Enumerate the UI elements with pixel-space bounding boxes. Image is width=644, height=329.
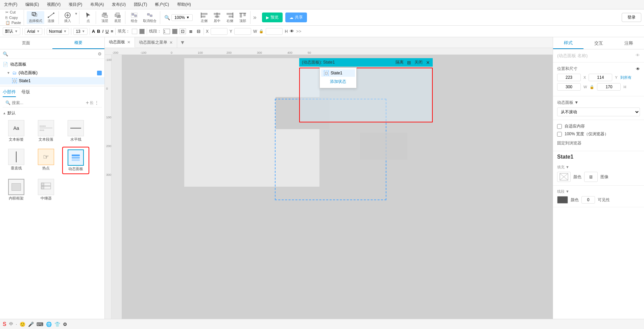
tab-widgets[interactable]: 小部件 xyxy=(3,89,16,97)
widget-inline-frame[interactable]: 内联框架 xyxy=(3,177,30,203)
layer-item-state1[interactable]: □ State1 xyxy=(0,77,104,85)
state-selector-popup[interactable]: □ State1 添加状态 xyxy=(319,68,357,88)
dp-close-button[interactable]: 关闭 xyxy=(414,60,423,65)
copy-button[interactable]: ⎘ Copy xyxy=(4,15,22,20)
toolbar-more-button[interactable]: » xyxy=(252,14,258,21)
menu-item-project[interactable]: 项目(P) xyxy=(67,1,84,8)
stroke-align-right[interactable]: ⊟ xyxy=(196,29,201,34)
tab-pages[interactable]: 页面 xyxy=(0,37,52,49)
layer-item-page[interactable]: 📄 动态面板 xyxy=(0,60,104,69)
fill-image-button[interactable]: 🖼 xyxy=(584,172,598,182)
font-dropdown[interactable]: Arial ▼ xyxy=(25,28,42,35)
x-value-input[interactable] xyxy=(557,74,581,81)
dynamic-panel-canvas[interactable]: (动态面板): State1 隔离 ⊞ 关闭 ✕ xyxy=(299,58,433,122)
stroke-color-box[interactable] xyxy=(172,29,177,34)
fill-color-dark[interactable] xyxy=(139,29,145,34)
width100-checkbox[interactable] xyxy=(557,132,562,137)
cut-button[interactable]: ✂ Cut xyxy=(4,10,22,15)
top-layer-button[interactable]: 顶层 xyxy=(99,11,111,24)
stroke-section-label[interactable]: 线段 ▼ xyxy=(557,189,640,194)
h-eye-icon[interactable]: 👁 xyxy=(290,29,294,34)
bottom-layer-button[interactable]: 底层 xyxy=(112,11,124,24)
y-value-input[interactable] xyxy=(589,74,612,81)
dp-section-title[interactable]: 动态面板 ▼ xyxy=(557,100,578,105)
center-align-button[interactable]: 居中 xyxy=(211,11,223,24)
menu-item-view[interactable]: 视图(V) xyxy=(46,1,62,8)
widget-copy-icon[interactable]: ⎘ xyxy=(90,100,93,105)
group-button[interactable]: 组合 xyxy=(128,11,140,24)
tab-outline[interactable]: 概要 xyxy=(52,37,105,49)
bold-b-button[interactable]: B xyxy=(97,29,100,34)
menu-item-edit[interactable]: 编辑(E) xyxy=(24,1,40,8)
paste-button[interactable]: 📋 Paste xyxy=(4,20,22,25)
menu-item-file[interactable]: 文件(F) xyxy=(3,1,19,8)
menu-item-help[interactable]: 帮助(H) xyxy=(176,1,192,8)
ungroup-button[interactable]: 取消组合 xyxy=(141,11,159,24)
select-mode-button[interactable]: 选择模式 xyxy=(27,11,44,24)
fill-section-label[interactable]: 填充 ▼ xyxy=(557,165,640,170)
insert-button[interactable]: 插入 xyxy=(62,11,74,24)
stroke-size-input[interactable]: 1 xyxy=(163,29,170,34)
widget-text-para[interactable]: ≡≡≡≡ ≡≡≡ 文本段落 xyxy=(32,118,59,144)
dp-fullscreen-icon[interactable]: ⊞ xyxy=(407,60,411,65)
canvas-tabs-more[interactable]: ▼ xyxy=(177,40,188,46)
stroke-align-center[interactable]: ≣ xyxy=(188,29,194,34)
widget-hotspot[interactable]: ☞ 热点 xyxy=(32,147,59,174)
fill-color-button[interactable] xyxy=(557,172,571,182)
tab-notes[interactable]: 注释 xyxy=(614,37,644,49)
apply-all-link[interactable]: 到所有 xyxy=(620,75,631,80)
menu-item-layout[interactable]: 布局(A) xyxy=(89,1,105,8)
canvas-tab-menu-close[interactable]: ✕ xyxy=(169,40,173,45)
left-align-button[interactable]: 左侧 xyxy=(198,11,210,24)
italic-button[interactable]: I xyxy=(102,29,103,34)
canvas-tab-dynamic-close[interactable]: ✕ xyxy=(127,40,130,45)
stroke-color-swatch[interactable] xyxy=(557,196,568,204)
w-value-input[interactable] xyxy=(557,83,581,91)
y-input[interactable] xyxy=(234,28,251,35)
filter-icon[interactable]: ⚙ xyxy=(98,51,102,56)
menu-item-publish[interactable]: 发布(U) xyxy=(111,1,127,8)
share-button[interactable]: ☁ 共享 xyxy=(285,13,307,22)
w-input[interactable] xyxy=(266,28,283,35)
widget-more-icon[interactable]: ⋮ xyxy=(94,100,99,105)
menu-item-account[interactable]: 帐户(C) xyxy=(154,1,170,8)
widget-hline[interactable]: 水平线 xyxy=(62,118,89,144)
add-state-link[interactable]: 添加状态 xyxy=(321,77,355,87)
layer-item-group[interactable]: ▼ 🗂 (动态面板) xyxy=(0,69,104,77)
outline-search-input[interactable] xyxy=(9,52,96,56)
stroke-width-input[interactable] xyxy=(581,196,595,204)
widget-search-input[interactable] xyxy=(12,100,85,105)
w-lock-icon-right[interactable]: 🔒 xyxy=(590,85,594,89)
widget-vline[interactable]: 垂直线 xyxy=(3,147,30,174)
zoom-select[interactable]: 100% ▼ xyxy=(171,14,193,21)
widget-text-label[interactable]: Aa 文本标签 xyxy=(3,118,30,144)
dp-isolate-button[interactable]: 隔离 xyxy=(396,60,404,65)
dp-close-icon[interactable]: ✕ xyxy=(426,60,430,65)
style-normal-dropdown[interactable]: Normal ▼ xyxy=(47,28,69,35)
tab-style[interactable]: 样式 xyxy=(553,37,583,49)
menu-item-team[interactable]: 团队(T) xyxy=(133,1,148,8)
point-button[interactable]: 点 xyxy=(82,11,94,24)
top-align-button[interactable]: 顶部 xyxy=(237,11,249,24)
stroke-align-left[interactable]: ⊡ xyxy=(180,28,186,34)
widget-repeater[interactable]: 中继器 xyxy=(32,177,59,203)
bold-button[interactable]: A xyxy=(92,29,95,34)
widget-dynamic-panel[interactable]: 动态面板 xyxy=(62,147,89,174)
underline-button[interactable]: U xyxy=(105,29,109,34)
size-dropdown[interactable]: 13 ▼ xyxy=(73,28,87,35)
connect-button[interactable]: 连接 xyxy=(45,11,57,24)
adapt-checkbox[interactable] xyxy=(557,124,562,129)
panel-visibility-icon[interactable]: 👁 xyxy=(636,53,640,58)
canvas-tab-menu[interactable]: 动态面板之菜单 ✕ xyxy=(135,37,177,48)
tab-masters[interactable]: 母版 xyxy=(21,89,30,97)
insert-dropdown-arrow[interactable]: ▼ xyxy=(74,12,78,16)
login-button[interactable]: 登录 xyxy=(622,13,641,22)
style-dropdown[interactable]: 默认 ▼ xyxy=(3,27,20,35)
widget-add-icon[interactable]: + xyxy=(86,100,89,106)
right-align-button[interactable]: 右侧 xyxy=(224,11,236,24)
tab-interaction[interactable]: 交互 xyxy=(583,37,614,49)
format-more-button[interactable]: >> xyxy=(296,29,301,34)
preview-button[interactable]: ▶ 预览 xyxy=(262,13,283,22)
h-value-input[interactable] xyxy=(597,83,621,91)
fill-color-box[interactable] xyxy=(132,29,137,34)
